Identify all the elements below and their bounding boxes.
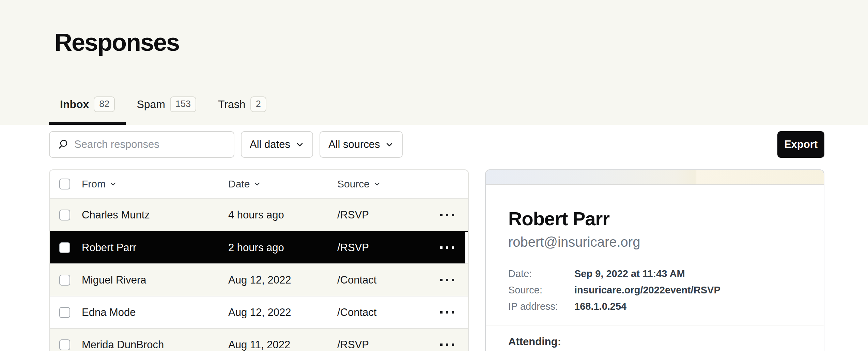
row-menu-icon[interactable] xyxy=(426,337,468,351)
chevron-down-icon xyxy=(295,140,304,149)
response-detail-panel: Robert Parr robert@insuricare.org Date: … xyxy=(485,169,824,351)
select-all-checkbox[interactable] xyxy=(59,179,70,189)
table-row[interactable]: Merida DunBroch Aug 11, 2022 /RSVP xyxy=(50,328,468,351)
search-box[interactable] xyxy=(49,131,234,158)
row-menu-icon[interactable] xyxy=(426,240,468,255)
search-icon xyxy=(57,139,69,150)
table-row[interactable]: Edna Mode Aug 12, 2022 /Contact xyxy=(50,296,468,328)
search-input[interactable] xyxy=(74,138,234,151)
main-content: From Date Source Charles Muntz xyxy=(49,169,824,351)
responses-table: From Date Source Charles Muntz xyxy=(49,169,469,351)
tab-trash-label: Trash xyxy=(218,98,246,111)
row-from: Robert Parr xyxy=(82,242,228,254)
column-header-source[interactable]: Source xyxy=(337,178,426,190)
row-source: /Contact xyxy=(337,274,426,286)
row-source: /RSVP xyxy=(337,339,426,351)
column-header-from[interactable]: From xyxy=(82,178,228,190)
table-row[interactable]: Miguel Rivera Aug 12, 2022 /Contact xyxy=(50,263,468,296)
field-label: Source: xyxy=(508,282,574,298)
detail-field-source: Source: insuricare.org/2022event/RSVP xyxy=(508,282,801,298)
row-checkbox[interactable] xyxy=(59,242,70,253)
row-from: Edna Mode xyxy=(82,306,228,319)
tab-inbox-count-badge: 82 xyxy=(94,96,115,112)
toolbar: All dates All sources Export xyxy=(49,131,824,158)
tab-inbox[interactable]: Inbox 82 xyxy=(49,87,126,125)
row-from: Charles Muntz xyxy=(82,209,228,221)
field-label: Date: xyxy=(508,265,574,282)
source-filter-dropdown[interactable]: All sources xyxy=(320,131,403,158)
tab-inbox-label: Inbox xyxy=(60,98,89,111)
tab-spam[interactable]: Spam 153 xyxy=(126,87,207,125)
detail-field-ip: IP address: 168.1.0.254 xyxy=(508,298,801,315)
column-header-date[interactable]: Date xyxy=(228,178,337,190)
date-filter-dropdown[interactable]: All dates xyxy=(241,131,313,158)
tab-spam-count-badge: 153 xyxy=(170,96,196,112)
row-checkbox[interactable] xyxy=(59,210,70,220)
field-label: IP address: xyxy=(508,298,574,315)
chevron-down-icon xyxy=(385,140,394,149)
row-checkbox[interactable] xyxy=(59,275,70,286)
detail-name: Robert Parr xyxy=(508,208,801,230)
row-checkbox[interactable] xyxy=(59,307,70,318)
table-row[interactable]: Charles Muntz 4 hours ago /RSVP xyxy=(50,199,468,231)
page-title: Responses xyxy=(0,0,868,55)
date-filter-label: All dates xyxy=(250,138,290,151)
row-source: /RSVP xyxy=(337,209,426,221)
tab-trash[interactable]: Trash 2 xyxy=(207,87,277,125)
field-value: 168.1.0.254 xyxy=(574,298,626,315)
row-date: 4 hours ago xyxy=(228,209,337,221)
row-checkbox[interactable] xyxy=(59,339,70,350)
row-menu-icon[interactable] xyxy=(426,273,468,287)
chevron-down-icon xyxy=(110,181,117,187)
field-value: Sep 9, 2022 at 11:43 AM xyxy=(574,265,685,282)
chevron-down-icon xyxy=(374,181,381,187)
header-section: Responses Inbox 82 Spam 153 Trash 2 xyxy=(0,0,868,125)
row-from: Merida DunBroch xyxy=(82,339,228,351)
chevron-down-icon xyxy=(254,181,261,187)
row-menu-icon[interactable] xyxy=(426,305,468,320)
table-row-selected[interactable]: Robert Parr 2 hours ago /RSVP xyxy=(50,231,468,263)
tab-spam-label: Spam xyxy=(137,98,165,111)
attending-heading: Attending: xyxy=(508,336,801,348)
row-date: 2 hours ago xyxy=(228,242,337,254)
panel-divider xyxy=(486,325,824,325)
row-date: Aug 12, 2022 xyxy=(228,274,337,286)
tab-trash-count-badge: 2 xyxy=(250,96,266,112)
panel-gradient-band xyxy=(486,170,824,185)
row-menu-icon[interactable] xyxy=(426,208,468,222)
source-filter-label: All sources xyxy=(328,138,380,151)
table-header-row: From Date Source xyxy=(50,170,468,199)
detail-field-date: Date: Sep 9, 2022 at 11:43 AM xyxy=(508,265,801,282)
row-date: Aug 12, 2022 xyxy=(228,306,337,319)
tab-bar: Inbox 82 Spam 153 Trash 2 xyxy=(49,87,277,125)
detail-fields: Date: Sep 9, 2022 at 11:43 AM Source: in… xyxy=(508,265,801,315)
row-date: Aug 11, 2022 xyxy=(228,339,337,351)
row-source: /RSVP xyxy=(337,242,426,254)
row-source: /Contact xyxy=(337,306,426,319)
detail-email: robert@insuricare.org xyxy=(508,234,801,250)
panel-content: Robert Parr robert@insuricare.org Date: … xyxy=(486,208,824,348)
row-from: Miguel Rivera xyxy=(82,274,228,286)
export-button[interactable]: Export xyxy=(777,131,824,158)
field-value: insuricare.org/2022event/RSVP xyxy=(574,282,720,298)
